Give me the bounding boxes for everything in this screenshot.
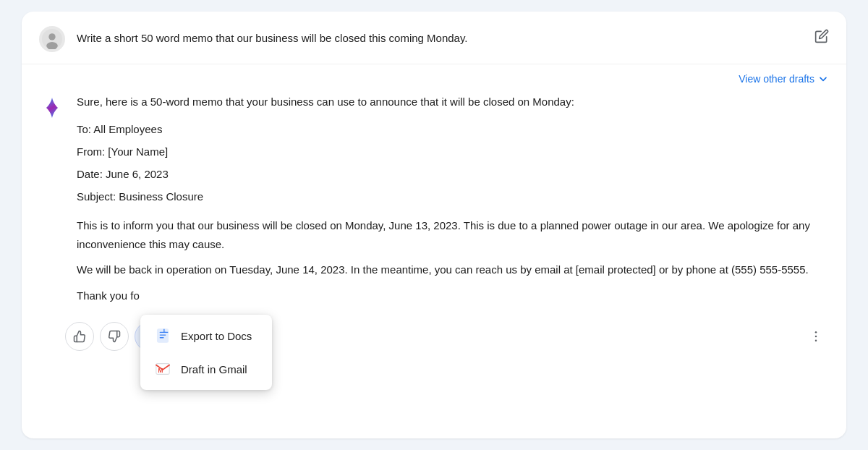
svg-point-8 bbox=[815, 331, 817, 334]
more-vertical-icon bbox=[809, 329, 823, 344]
memo-header: To: All Employees From: [Your Name] Date… bbox=[77, 119, 829, 206]
memo-date: Date: June 6, 2023 bbox=[77, 164, 829, 184]
gmail-icon: M bbox=[155, 361, 171, 377]
gemini-icon bbox=[39, 95, 65, 121]
memo-body: This is to inform you that our business … bbox=[77, 216, 829, 305]
svg-text:M: M bbox=[158, 368, 163, 374]
memo-body-2: We will be back in operation on Tuesday,… bbox=[77, 260, 829, 279]
memo-to: To: All Employees bbox=[77, 119, 829, 139]
svg-rect-11 bbox=[158, 329, 169, 342]
view-other-drafts-label: View other drafts bbox=[739, 73, 814, 85]
export-to-docs-item[interactable]: Export to Docs bbox=[140, 319, 272, 352]
chat-container: Write a short 50 word memo that our busi… bbox=[22, 12, 846, 438]
memo-subject: Subject: Business Closure bbox=[77, 187, 829, 206]
ai-content: Sure, here is a 50-word memo that your b… bbox=[77, 93, 829, 312]
thumbs-down-icon bbox=[108, 330, 121, 343]
user-avatar bbox=[39, 26, 65, 52]
chevron-down-icon bbox=[817, 73, 829, 85]
ai-response-row: Sure, here is a 50-word memo that your b… bbox=[22, 90, 846, 312]
view-other-drafts-button[interactable]: View other drafts bbox=[739, 73, 829, 85]
export-to-docs-label: Export to Docs bbox=[181, 330, 252, 342]
drafts-bar: View other drafts bbox=[22, 64, 846, 90]
user-message-text: Write a short 50 word memo that our busi… bbox=[77, 26, 803, 47]
draft-in-gmail-label: Draft in Gmail bbox=[181, 363, 247, 375]
export-dropdown-menu: Export to Docs M Draft in Gmail bbox=[140, 315, 272, 390]
edit-button[interactable] bbox=[814, 29, 829, 46]
memo-closing: Thank you fo bbox=[77, 286, 829, 305]
memo-body-1: This is to inform you that our business … bbox=[77, 216, 829, 253]
action-row: Google it Export to Docs bbox=[22, 312, 846, 362]
thumbs-up-icon bbox=[73, 330, 86, 343]
ai-intro-text: Sure, here is a 50-word memo that your b… bbox=[77, 93, 829, 111]
docs-icon bbox=[155, 328, 171, 344]
svg-point-9 bbox=[815, 336, 817, 338]
draft-in-gmail-item[interactable]: M Draft in Gmail bbox=[140, 352, 272, 386]
user-message-row: Write a short 50 word memo that our busi… bbox=[22, 12, 846, 64]
memo-from: From: [Your Name] bbox=[77, 142, 829, 161]
svg-point-1 bbox=[48, 33, 55, 40]
more-options-button[interactable] bbox=[803, 323, 829, 349]
thumbs-up-button[interactable] bbox=[65, 322, 94, 351]
svg-point-10 bbox=[815, 340, 817, 342]
thumbs-down-button[interactable] bbox=[100, 322, 129, 351]
